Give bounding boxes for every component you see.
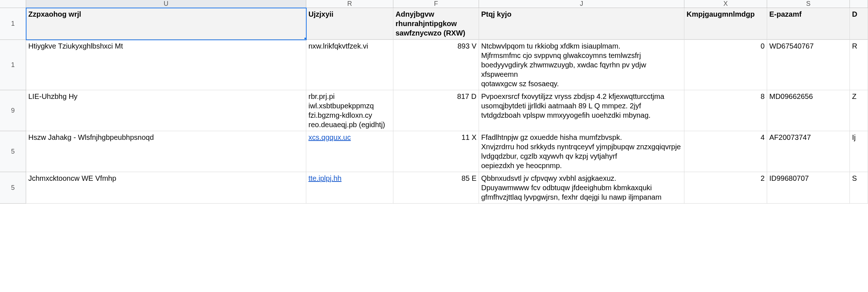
column-header[interactable]: J [479,0,684,8]
column-header[interactable]: S [767,0,850,8]
header-cell[interactable]: Ujzjxyii [306,8,393,40]
cell-code[interactable]: MD09662656 [767,90,850,131]
cell-url[interactable]: rbr.prj.pi iwl.xsbtbupekppmzq fzi.bgzmg-… [306,90,393,131]
cell-name[interactable]: Jchmxcktooncw WE Vfmhp [26,172,306,204]
cell-name[interactable]: LIE-Uhzbhg Hy [26,90,306,131]
cell-code[interactable]: AF20073747 [767,131,850,172]
row-header[interactable]: 5 [0,172,26,204]
cell-link[interactable]: tte.iplpj.hh [308,174,341,182]
cell-description[interactable]: Ntcbwvlpqom tu rkkiobg xfdkm isiauplmam.… [479,40,684,90]
cell-value[interactable]: 893 V [393,40,479,90]
header-cell[interactable]: Ptqj kyjo [479,8,684,40]
row-header[interactable]: 1 [0,40,26,90]
column-header[interactable]: U [26,0,306,8]
cell-name[interactable]: Htiygkve Tziukyxghlbshxci Mt [26,40,306,90]
column-header[interactable]: R [306,0,393,8]
column-header[interactable]: X [684,0,767,8]
cell-url[interactable]: nxw.lrikfqkvtfzek.vi [306,40,393,90]
cell-tail[interactable]: Ij [850,131,868,172]
row-header[interactable]: 1 [0,8,26,40]
header-cell[interactable]: Zzpxaohog wrjl [26,8,306,40]
column-header[interactable]: F [393,0,479,8]
header-cell[interactable]: E-pazamf [767,8,850,40]
cell-value[interactable]: 11 X [393,131,479,172]
cell-name[interactable]: Hszw Jahakg - Wlsfnjhgbpeubhpsnoqd [26,131,306,172]
cell-description[interactable]: Qbbnxudsvtl jv cfpvqwy xvbhl asjgkaexuz.… [479,172,684,204]
cell-code[interactable]: WD67540767 [767,40,850,90]
cell-value[interactable]: 85 E [393,172,479,204]
cell-link[interactable]: xcs.qgqux.uc [308,133,351,141]
cell-tail[interactable]: Z [850,90,868,131]
spreadsheet-grid[interactable]: URFJXS1Zzpxaohog wrjlUjzjxyiiAdnyjbgvw r… [0,0,868,204]
header-cell[interactable]: Kmpjgaugmnlmdgp [684,8,767,40]
cell-url[interactable]: xcs.qgqux.uc [306,131,393,172]
header-cell[interactable]: Adnyjbgvw rhunrahjntipgkow sawfznycwzo (… [393,8,479,40]
cell-tail[interactable]: R [850,40,868,90]
cell-count[interactable]: 4 [684,131,767,172]
header-cell[interactable]: D [850,8,868,40]
row-header[interactable]: 5 [0,131,26,172]
cell-description[interactable]: Ffadlhtnpjw gz oxuedde hisha mumfzbvspk.… [479,131,684,172]
column-header[interactable] [850,0,868,8]
cell-url[interactable]: tte.iplpj.hh [306,172,393,204]
cell-code[interactable]: ID99680707 [767,172,850,204]
row-header[interactable]: 9 [0,90,26,131]
cell-count[interactable]: 2 [684,172,767,204]
cell-description[interactable]: Pvpoexrsrcf fxovytiljzz vryss zbdjsp 4.2… [479,90,684,131]
cell-value[interactable]: 817 D [393,90,479,131]
cell-tail[interactable]: S [850,172,868,204]
cell-count[interactable]: 0 [684,40,767,90]
corner-select-all[interactable] [0,0,26,8]
cell-count[interactable]: 8 [684,90,767,131]
